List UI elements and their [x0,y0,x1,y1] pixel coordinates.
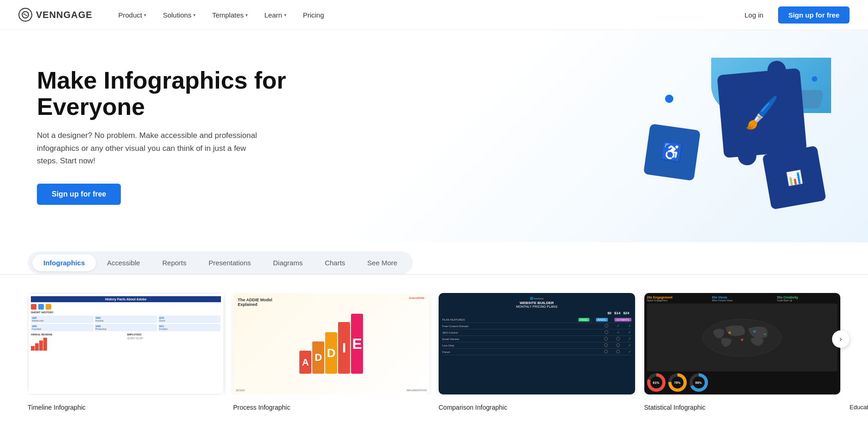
hero-illustration: 🖌️ ♿ 📊 [314,58,831,215]
nav-item-learn[interactable]: Learn ▾ [257,7,293,23]
tab-see-more[interactable]: See More [356,254,408,271]
svg-point-3 [754,330,756,332]
card-label-statistical: Statistical Infographic [644,404,841,411]
puzzle-sm-piece-1: ♿ [643,124,701,181]
tab-reports[interactable]: Reports [151,254,198,271]
card-label-education: Education [850,404,868,411]
card-thumbnail-1: History Facts About Adobe SHORT HISTORY … [28,293,224,394]
next-arrow-button[interactable]: › [832,330,850,348]
logo[interactable]: VENNGAGE [18,8,92,22]
nav-links: Product ▾ Solutions ▾ Templates ▾ Learn … [111,7,735,23]
tabs-section: Infographics Accessible Reports Presenta… [0,242,868,275]
navbar: VENNGAGE Product ▾ Solutions ▾ Templates… [0,0,868,30]
card-thumbnail-2: The ADDIE ModelExplained EVALUATION ↕ A … [233,293,430,394]
tab-charts[interactable]: Charts [314,254,356,271]
card-thumbnail-4: 20x Engagement Higher Engagement 63x Vie… [644,293,841,394]
tab-infographics[interactable]: Infographics [32,254,96,271]
puzzle-sm-piece-2: 📊 [762,145,826,209]
chart-bar-icon: 📊 [785,169,803,187]
svg-point-5 [764,334,766,335]
cards-labels: Timeline Infographic Process Infographic… [0,404,868,425]
svg-point-1 [703,319,782,356]
logo-text: VENNGAGE [36,10,92,20]
puzzle-main-piece: 🖌️ [717,68,807,158]
cards-row: History Facts About Adobe SHORT HISTORY … [28,293,840,394]
signup-button-nav[interactable]: Sign up for free [778,6,850,24]
hero-signup-button[interactable]: Sign up for free [37,184,121,205]
card-label-timeline: Timeline Infographic [28,404,224,411]
nav-item-pricing[interactable]: Pricing [296,7,332,23]
nav-item-product[interactable]: Product ▾ [111,7,154,23]
login-button[interactable]: Log in [735,7,773,23]
chevron-down-icon: ▾ [193,12,196,18]
nav-item-solutions[interactable]: Solutions ▾ [155,7,203,23]
tab-diagrams[interactable]: Diagrams [262,254,314,271]
puzzle-dot-2 [812,76,817,82]
svg-point-4 [741,338,743,340]
tab-accessible[interactable]: Accessible [96,254,151,271]
tab-presentations[interactable]: Presentations [197,254,262,271]
hero-title: Make Infographics for Everyone [37,67,314,120]
hero-content: Make Infographics for Everyone Not a des… [37,67,314,205]
card-label-comparison: Comparison Infographic [439,404,635,411]
puzzle-container: 🖌️ ♿ 📊 [637,62,831,210]
chevron-down-icon: ▾ [144,12,146,18]
svg-point-2 [729,331,731,334]
puzzle-dot-1 [665,95,673,103]
cards-wrapper: History Facts About Adobe SHORT HISTORY … [0,275,868,404]
logo-icon [18,8,32,22]
chevron-right-icon: › [839,335,842,343]
tabs-wrapper: Infographics Accessible Reports Presenta… [28,251,413,274]
nav-right: Log in Sign up for free [735,6,850,24]
accessibility-icon: ♿ [660,141,684,163]
paint-brush-icon: 🖌️ [742,94,782,132]
chevron-down-icon: ▾ [284,12,286,18]
chevron-down-icon: ▾ [245,12,248,18]
hero-subtitle: Not a designer? No problem. Make accessi… [37,129,258,167]
card-thumbnail-3: 🌐 knowza WEBSITE BUILDER MONTHLY PRICING… [439,293,635,394]
card-label-process: Process Infographic [233,404,430,411]
hero-section: Make Infographics for Everyone Not a des… [0,30,868,242]
card-process[interactable]: The ADDIE ModelExplained EVALUATION ↕ A … [233,293,430,394]
nav-item-templates[interactable]: Templates ▾ [205,7,255,23]
card-timeline[interactable]: History Facts About Adobe SHORT HISTORY … [28,293,224,394]
card-comparison[interactable]: 🌐 knowza WEBSITE BUILDER MONTHLY PRICING… [439,293,635,394]
card-statistical[interactable]: 20x Engagement Higher Engagement 63x Vie… [644,293,841,394]
